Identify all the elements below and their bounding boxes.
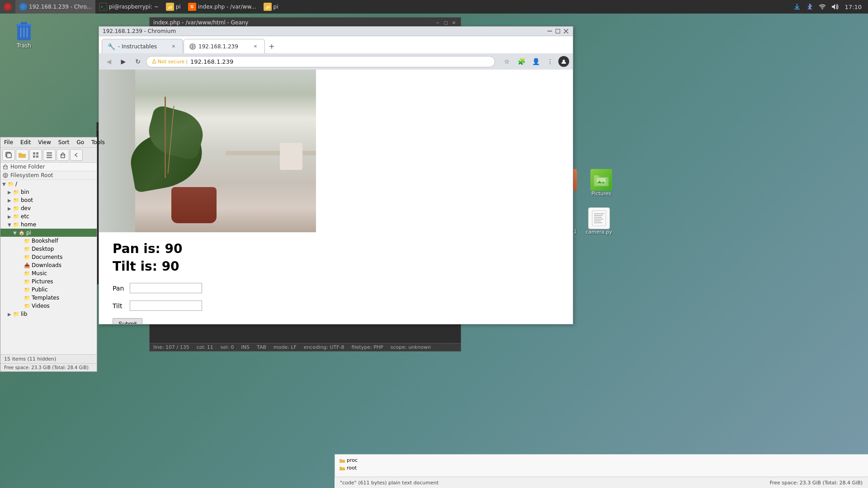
account-btn[interactable]: 👤	[529, 55, 542, 68]
fm-filesystem-root: Filesystem Root	[0, 171, 97, 180]
tree-item-bookshelf[interactable]: 📁 Bookshelf	[0, 237, 97, 245]
browser-maximize-btn[interactable]	[555, 28, 561, 34]
taskbar: 192.168.1.239 - Chro... >_ pi@raspberryp…	[0, 0, 868, 14]
taskbar-chromium[interactable]: 192.168.1.239 - Chro...	[15, 0, 95, 14]
tree-item-boot[interactable]: ▶ 📁 boot	[0, 196, 97, 204]
tree-item-etc[interactable]: ▶ 📁 etc	[0, 212, 97, 221]
tree-item-templates[interactable]: 📁 Templates	[0, 294, 97, 302]
pan-form-row: Pan	[113, 283, 559, 293]
bluetooth-icon[interactable]	[805, 2, 814, 11]
desktop-pictures-icon[interactable]: Pictures	[589, 167, 614, 198]
tree-item-dev[interactable]: ▶ 📁 dev	[0, 204, 97, 212]
tree-arrow-pi: ▼	[13, 230, 19, 235]
folder-icon-root-user	[340, 466, 345, 470]
fm-folder-btn[interactable]	[16, 149, 28, 161]
svg-rect-32	[592, 211, 606, 226]
tab-local[interactable]: 192.168.1.239 ✕	[184, 39, 265, 53]
desktop: 192.168.1.239 - Chro... >_ pi@raspberryp…	[0, 0, 868, 488]
folder-icon-etc: 📁	[13, 214, 19, 220]
taskbar-geany[interactable]: G index.php - /var/ww...	[184, 0, 260, 14]
folder-icon-documents: 📁	[24, 254, 30, 260]
taskbar-filemanager2[interactable]: 📁 pi	[260, 0, 282, 14]
fm-status-bar: 15 items (11 hidden)	[0, 354, 97, 363]
tree-item-home[interactable]: ▼ 📁 home	[0, 221, 97, 229]
taskbar-filemanager1[interactable]: 📁 pi	[162, 0, 184, 14]
tree-item-music[interactable]: 📁 Music	[0, 269, 97, 277]
address-bar[interactable]: ! Not secure | 192.168.1.239	[146, 56, 495, 67]
forward-btn[interactable]: ▶	[117, 55, 130, 68]
tree-item-bin[interactable]: ▶ 📁 bin	[0, 188, 97, 196]
trash-icon[interactable]: Trash	[8, 18, 40, 51]
reload-btn[interactable]: ↻	[132, 55, 144, 68]
folder-icon-home: 📁	[13, 222, 19, 228]
folder-icon-pi-home: 🏠	[19, 230, 25, 236]
more-menu-btn[interactable]: ⋮	[544, 55, 557, 68]
tree-arrow-etc: ▶	[8, 214, 13, 219]
tab-local-close[interactable]: ✕	[252, 43, 259, 50]
geany-minimize-btn[interactable]: −	[434, 19, 441, 26]
tree-item-downloads[interactable]: 📥 Downloads	[0, 261, 97, 269]
submit-button[interactable]: Submit	[113, 318, 142, 324]
folder-icon-desktop: 📁	[24, 246, 30, 252]
fm-menu-tools[interactable]: Tools	[90, 138, 107, 146]
fm-icon-view-btn[interactable]	[29, 149, 42, 161]
folder-icon-dev: 📁	[13, 206, 19, 211]
separator: |	[186, 59, 188, 65]
svg-text:!: !	[153, 60, 154, 63]
fm-new-window-btn[interactable]	[2, 149, 15, 161]
wifi-icon[interactable]	[818, 2, 827, 11]
tree-item-public[interactable]: 📁 Public	[0, 286, 97, 294]
fm-fs-root-label: Filesystem Root	[10, 172, 53, 178]
profile-circle[interactable]	[558, 56, 569, 67]
tree-item-videos[interactable]: 📁 Videos	[0, 302, 97, 310]
extension-puzzle-btn[interactable]: 🧩	[515, 55, 528, 68]
tree-item-documents[interactable]: 📁 Documents	[0, 253, 97, 261]
tab-instructables-close[interactable]: ✕	[170, 43, 177, 50]
tree-item-pi[interactable]: ▼ 🏠 pi	[0, 229, 97, 237]
geany-close-btn[interactable]: ✕	[451, 19, 457, 26]
browser-window-title: 192.168.1.239 - Chromium	[103, 28, 176, 34]
bottom-file-info: "code" (611 bytes) plain text document F…	[335, 477, 868, 488]
back-btn[interactable]: ◀	[103, 55, 115, 68]
svg-rect-9	[33, 152, 35, 155]
volume-icon[interactable]	[830, 2, 840, 11]
fm-back-btn[interactable]	[70, 149, 83, 161]
tree-proc-item[interactable]: proc	[339, 456, 864, 464]
camera-image	[99, 70, 316, 232]
tree-label-home: home	[21, 221, 36, 228]
browser-close-btn[interactable]	[563, 28, 569, 34]
fm-menu-sort[interactable]: Sort	[57, 138, 71, 146]
geany-restore-btn[interactable]: □	[443, 19, 449, 26]
fm-menu-go[interactable]: Go	[75, 138, 86, 146]
instructables-icon: 🔧	[108, 43, 115, 50]
bookmark-btn[interactable]: ☆	[500, 55, 513, 68]
file-manager-window: File Edit View Sort Go Tools	[0, 137, 97, 372]
folder-icon-1: 📁	[166, 3, 174, 11]
download-icon[interactable]	[793, 2, 802, 11]
fm-list-view-btn[interactable]	[43, 149, 56, 161]
tilt-input[interactable]	[130, 300, 202, 311]
fm-menu-edit[interactable]: Edit	[19, 138, 33, 146]
tree-item-pictures[interactable]: 📁 Pictures	[0, 277, 97, 286]
tree-item-root[interactable]: ▼ 📁 /	[0, 180, 97, 188]
raspberry-menu-btn[interactable]	[0, 0, 15, 14]
taskbar-terminal[interactable]: >_ pi@raspberrypi: ~	[95, 0, 162, 14]
svg-rect-19	[547, 31, 552, 32]
fm-menu-view[interactable]: View	[36, 138, 52, 146]
folder-icon-boot: 📁	[13, 197, 19, 203]
tab-instructables[interactable]: 🔧 - Instructables ✕	[102, 39, 183, 53]
new-tab-btn[interactable]: +	[265, 40, 278, 52]
browser-minimize-btn[interactable]	[547, 28, 553, 34]
bottom-tree-panel: proc root	[335, 454, 868, 477]
tree-root-item[interactable]: root	[339, 464, 864, 472]
tree-item-desktop[interactable]: 📁 Desktop	[0, 245, 97, 253]
desktop-cameraPy-icon[interactable]: camera.py	[584, 206, 614, 237]
pan-input[interactable]	[130, 283, 202, 293]
tree-label-etc: etc	[21, 213, 29, 220]
tree-arrow-home: ▼	[8, 222, 13, 227]
tree-item-lib[interactable]: ▶ 📁 lib	[0, 310, 97, 318]
fm-menu-file[interactable]: File	[2, 138, 15, 146]
fm-home-btn[interactable]	[57, 149, 69, 161]
plant-element	[122, 97, 212, 196]
geany-label: index.php - /var/ww...	[198, 4, 256, 10]
